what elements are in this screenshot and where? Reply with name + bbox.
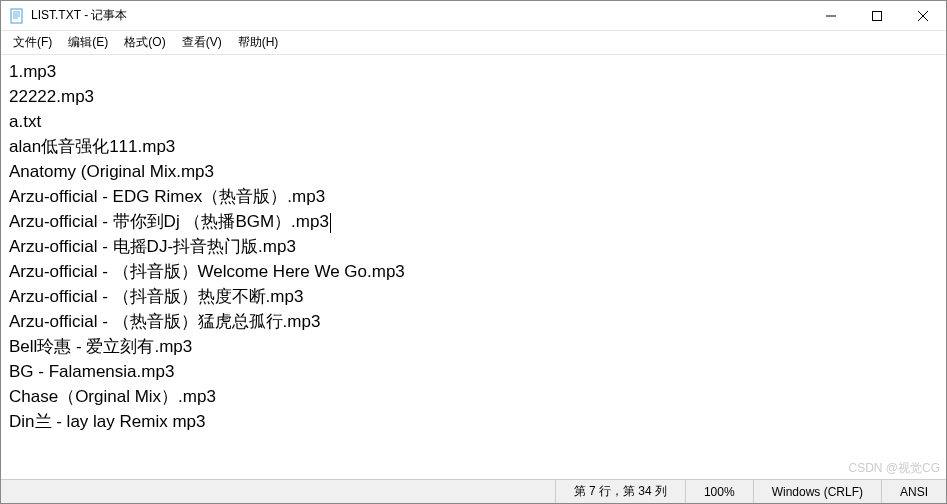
window-controls	[808, 1, 946, 31]
text-line: Arzu-official - （抖音版）Welcome Here We Go.…	[9, 259, 938, 284]
text-line: Arzu-official - EDG Rimex（热音版）.mp3	[9, 184, 938, 209]
menu-file[interactable]: 文件(F)	[9, 32, 56, 53]
text-line: Anatomy (Original Mix.mp3	[9, 159, 938, 184]
text-line: Arzu-official - （抖音版）热度不断.mp3	[9, 284, 938, 309]
window-title: LIST.TXT - 记事本	[31, 7, 808, 24]
status-encoding: ANSI	[881, 480, 946, 503]
status-line-ending: Windows (CRLF)	[753, 480, 881, 503]
menu-help[interactable]: 帮助(H)	[234, 32, 283, 53]
text-editor-area[interactable]: 1.mp322222.mp3a.txtalan低音强化111.mp3Anatom…	[1, 55, 946, 479]
text-line: 22222.mp3	[9, 84, 938, 109]
close-button[interactable]	[900, 1, 946, 31]
status-position: 第 7 行，第 34 列	[555, 480, 685, 503]
status-zoom: 100%	[685, 480, 753, 503]
text-line: Arzu-official - 电摇DJ-抖音热门版.mp3	[9, 234, 938, 259]
text-line: alan低音强化111.mp3	[9, 134, 938, 159]
menu-edit[interactable]: 编辑(E)	[64, 32, 112, 53]
maximize-button[interactable]	[854, 1, 900, 31]
text-line: 1.mp3	[9, 59, 938, 84]
svg-rect-6	[873, 11, 882, 20]
titlebar: LIST.TXT - 记事本	[1, 1, 946, 31]
text-line: Chase（Orginal Mix）.mp3	[9, 384, 938, 409]
statusbar: 第 7 行，第 34 列 100% Windows (CRLF) ANSI	[1, 479, 946, 503]
text-line: Arzu-official - 带你到Dj （热播BGM）.mp3	[9, 209, 938, 234]
text-line: Din兰 - lay lay Remix mp3	[9, 409, 938, 434]
text-line: a.txt	[9, 109, 938, 134]
menu-view[interactable]: 查看(V)	[178, 32, 226, 53]
watermark: CSDN @视觉CG	[848, 460, 940, 477]
menubar: 文件(F) 编辑(E) 格式(O) 查看(V) 帮助(H)	[1, 31, 946, 55]
minimize-button[interactable]	[808, 1, 854, 31]
notepad-icon	[9, 8, 25, 24]
text-line: Arzu-official - （热音版）猛虎总孤行.mp3	[9, 309, 938, 334]
text-line: BG - Falamensia.mp3	[9, 359, 938, 384]
text-line: Bell玲惠 - 爱立刻有.mp3	[9, 334, 938, 359]
menu-format[interactable]: 格式(O)	[120, 32, 169, 53]
